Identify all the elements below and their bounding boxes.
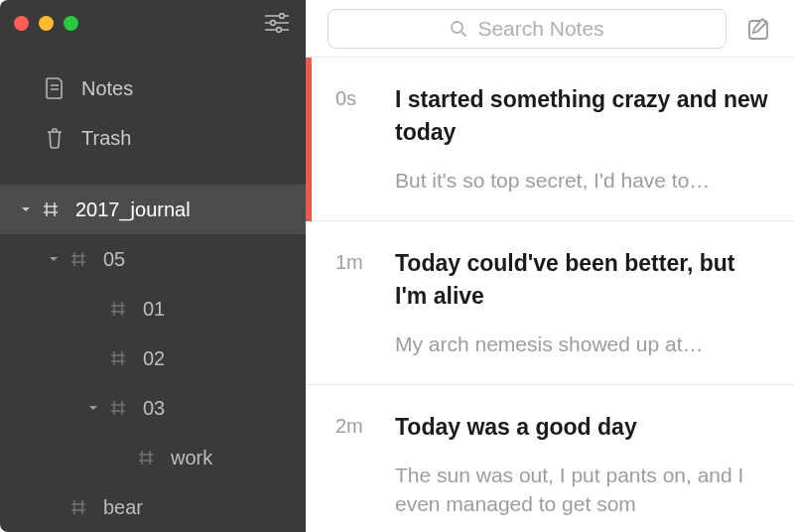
- window-zoom-button[interactable]: [64, 16, 78, 31]
- search-icon: [450, 20, 467, 38]
- hashtag-icon: [135, 447, 157, 468]
- sidebar: Notes Trash 2017_journal05010203workbear: [0, 0, 306, 532]
- hashtag-icon: [107, 298, 129, 320]
- compose-icon: [746, 16, 772, 42]
- traffic-lights: [14, 16, 78, 31]
- note-preview: But it's so top secret, I'd have to…: [395, 166, 768, 195]
- svg-point-3: [271, 21, 276, 26]
- window-close-button[interactable]: [14, 16, 29, 31]
- note-time: 0s: [335, 87, 356, 110]
- chevron-down-icon[interactable]: [79, 402, 107, 414]
- tag-row[interactable]: bear: [0, 482, 306, 532]
- svg-point-36: [452, 22, 463, 33]
- note-time: 2m: [335, 415, 363, 438]
- sidebar-item-trash[interactable]: Trash: [0, 113, 306, 163]
- tag-label: 05: [103, 248, 125, 271]
- trash-icon: [44, 127, 66, 149]
- compose-button[interactable]: [740, 10, 778, 48]
- hashtag-icon: [67, 496, 89, 518]
- tag-row[interactable]: work: [0, 433, 306, 482]
- note-icon: [44, 77, 66, 99]
- search-placeholder: Search Notes: [477, 17, 603, 41]
- svg-point-1: [280, 14, 285, 19]
- tag-row[interactable]: 03: [0, 383, 306, 433]
- chevron-down-icon[interactable]: [40, 253, 67, 265]
- main-pane: Search Notes 0sI started something crazy…: [306, 0, 794, 532]
- sidebar-item-notes[interactable]: Notes: [0, 64, 306, 113]
- search-input[interactable]: Search Notes: [328, 9, 727, 49]
- note-item[interactable]: 0sI started something crazy and new toda…: [306, 58, 794, 221]
- toolbar: Search Notes: [306, 0, 794, 58]
- tag-label: 03: [143, 397, 165, 420]
- note-title: Today could've been better, but I'm aliv…: [395, 247, 768, 314]
- sidebar-item-label: Trash: [81, 127, 131, 150]
- note-preview: The sun was out, I put pants on, and I e…: [395, 461, 768, 519]
- note-list: 0sI started something crazy and new toda…: [306, 58, 794, 532]
- tag-label: 2017_journal: [75, 199, 191, 221]
- chevron-down-icon[interactable]: [12, 203, 40, 215]
- sidebar-nav: Notes Trash: [0, 64, 306, 163]
- tag-label: 02: [143, 347, 165, 370]
- note-item[interactable]: 2mToday was a good dayThe sun was out, I…: [306, 385, 794, 532]
- window-minimize-button[interactable]: [39, 16, 54, 31]
- hashtag-icon: [40, 199, 62, 220]
- note-preview: My arch nemesis showed up at…: [395, 330, 768, 358]
- tag-tree: 2017_journal05010203workbear: [0, 185, 306, 532]
- hashtag-icon: [67, 248, 89, 270]
- sidebar-item-label: Notes: [81, 77, 133, 100]
- tag-label: 01: [143, 298, 165, 321]
- tag-row[interactable]: 2017_journal: [0, 185, 306, 234]
- note-item[interactable]: 1mToday could've been better, but I'm al…: [306, 221, 794, 385]
- svg-point-5: [277, 28, 282, 33]
- tag-row[interactable]: 02: [0, 333, 306, 383]
- sliders-icon: [264, 13, 290, 33]
- hashtag-icon: [107, 397, 129, 419]
- note-title: I started something crazy and new today: [395, 83, 768, 150]
- tag-row[interactable]: 05: [0, 234, 306, 284]
- preferences-button[interactable]: [262, 11, 292, 35]
- tag-label: bear: [103, 496, 143, 519]
- window-titlebar: [0, 0, 306, 46]
- svg-line-37: [462, 32, 466, 37]
- note-time: 1m: [335, 251, 363, 274]
- note-title: Today was a good day: [395, 411, 768, 444]
- tag-row[interactable]: 01: [0, 284, 306, 333]
- tag-label: work: [171, 447, 212, 469]
- hashtag-icon: [107, 347, 129, 369]
